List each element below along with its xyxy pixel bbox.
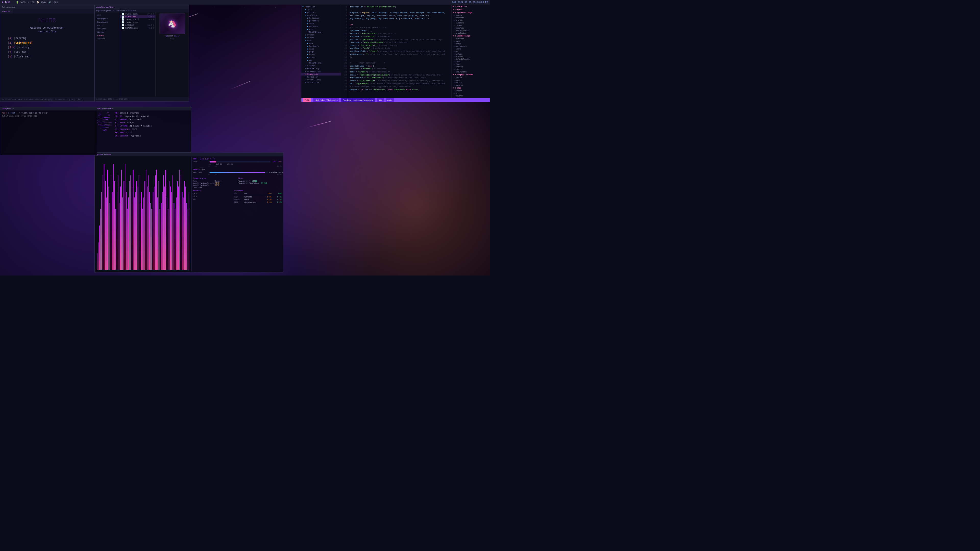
rpanel-email[interactable]: → email — [452, 43, 490, 45]
rpanel-theme[interactable]: → theme — [452, 48, 490, 50]
rpanel-username[interactable]: → username — [452, 38, 490, 40]
ftree-work[interactable]: ▶ work — [301, 22, 341, 25]
rpanel-wm[interactable]: → wm — [452, 50, 490, 53]
ftree-harden[interactable]: • harden.sh — [301, 76, 341, 78]
rpanel-hostname[interactable]: → hostname — [452, 17, 490, 19]
cava-bar-item — [147, 186, 148, 270]
code-line-16: bootMountPath = "/boot"; # mount path fo… — [350, 50, 450, 53]
ftree-hardware[interactable]: ▶ hardware — [301, 44, 341, 48]
qute-menu-search[interactable]: [o] [Search] — [8, 36, 92, 41]
ftree-patches[interactable]: ▶ patches — [301, 11, 341, 14]
ftree-style[interactable]: ▶ style — [301, 56, 341, 59]
network-data: 36.0 10.5 0% — [193, 192, 233, 201]
rpanel-nixpkgs-system[interactable]: → system — [452, 76, 490, 79]
qute-menu-closetab[interactable]: [x] [Close tab] — [8, 55, 92, 59]
rpanel-defaultroamdir[interactable]: → defaultRoamDir — [452, 58, 490, 60]
rpanel-font[interactable]: → font — [452, 63, 490, 65]
ftree-shell[interactable]: ▶ shell — [301, 53, 341, 56]
ftree-system[interactable]: ▶ system — [301, 33, 341, 36]
qute-menu-history[interactable]: [$ h] [History] — [8, 45, 92, 50]
ftree-license[interactable]: • LICENSE — [301, 64, 341, 67]
fm-sidebar-themes[interactable]: Themes — [95, 34, 120, 37]
rpanel-bootmode[interactable]: → bootMode — [452, 27, 490, 29]
cava-bar-item — [138, 175, 139, 270]
cava-bar-item — [172, 175, 173, 270]
ftree-flakenix[interactable]: • flake.nix — [301, 73, 341, 76]
rpanel-wmtype[interactable]: → wmType — [452, 53, 490, 56]
ftree-lang[interactable]: ▶ lang — [301, 48, 341, 50]
code-line-19 — [350, 59, 450, 62]
rpanel-pkgs-src[interactable]: → src — [452, 92, 490, 95]
ftree-wsl[interactable]: ▶ wsl — [301, 28, 341, 30]
rpanel-fontpkg[interactable]: → fontPkg — [452, 65, 490, 68]
fm-sidebar-downloads[interactable]: Downloads — [95, 21, 120, 24]
nf-desktop-row: CN| DESKTOP: hyprland — [115, 135, 189, 138]
ftree-readme-profiles[interactable]: • README.org — [301, 30, 341, 33]
ftree-themes[interactable]: ▶ themes — [301, 36, 341, 39]
ftree-wm[interactable]: ▶ wm — [301, 59, 341, 62]
ftree-desktop[interactable]: • desktop.png — [301, 70, 341, 73]
rpanel-system[interactable]: → system — [452, 14, 490, 17]
rpanel-nixpkgs-name[interactable]: → name — [452, 79, 490, 81]
ftree-readme-user[interactable]: • README.org — [301, 62, 341, 64]
ftree-app[interactable]: ▶ app — [301, 42, 341, 44]
nf-user-row: WE| emmet @ snowfire — [115, 111, 189, 115]
rpanel-grubdevice[interactable]: → grubDevice — [452, 32, 490, 35]
qute-menu-newtab[interactable]: [t] [New tab] — [8, 50, 92, 55]
rpanel-spawneditor[interactable]: → spawnEditor — [452, 71, 490, 73]
ftree-readme[interactable]: • README.org — [301, 67, 341, 70]
code-line-18: }; — [350, 56, 450, 59]
rpanel-editor[interactable]: → editor — [452, 68, 490, 71]
rpanel-name[interactable]: → name — [452, 40, 490, 43]
ftree-user[interactable]: ▼ user — [301, 39, 341, 42]
fm-file-installnix[interactable]: 📄 install.nix 10.6 K — [120, 18, 156, 21]
fm-file-flakenix[interactable]: 📄 flake.nix 2.26 K — [120, 15, 156, 18]
rpanel-pkgs-patches[interactable]: → patches — [452, 95, 490, 97]
rpanel-bootmountpath[interactable]: → bootMountPath — [452, 29, 490, 32]
editor-line-numbers: 1234567891011121314151617181920212223242… — [341, 4, 348, 98]
cava-bar-item — [141, 192, 142, 270]
ftree-profiles[interactable]: ▼ profiles — [301, 14, 341, 17]
qutebrowser-tab-active[interactable]: home.ht — [0, 9, 13, 14]
rpanel-timezone[interactable]: → timezone — [452, 22, 490, 24]
rpanel-browser[interactable]: → browser — [452, 56, 490, 58]
ftree-worklab[interactable]: ▶ worklab — [301, 25, 341, 28]
rpanel-nixpkgs-patches[interactable]: → patches — [452, 84, 490, 86]
fm-sidebar-pictures[interactable]: Pictures — [95, 27, 120, 30]
fm-file-license[interactable]: 📄 LICENSE 34.2 K — [120, 24, 156, 27]
rpanel-profile[interactable]: → profile — [452, 19, 490, 22]
ftree-installsh[interactable]: • install.sh — [301, 81, 341, 84]
rpanel-dotfilesdir[interactable]: → dotfilesDir — [452, 45, 490, 48]
network-title: Network — [193, 190, 233, 192]
rpanel-pkgs-system[interactable]: → system — [452, 89, 490, 92]
code-line-6 — [350, 20, 450, 23]
cava-bar-item — [110, 203, 110, 270]
qutebrowser-tabbar: home.ht — [0, 9, 94, 14]
cava-bar-item — [188, 209, 188, 270]
editor-filetype: Nix — [377, 98, 383, 102]
ascii-logo: ╔═╗ ╦ ╦ ╦╔╦╗╔═╗ ║═╬╗ ║ ║ ║ ║ ║╣ ╚═╝╚ ╩═╝… — [38, 16, 56, 24]
ftree-installorg[interactable]: • install.org — [301, 78, 341, 81]
neofetch-terminal: emmet@snowfire:~ // // // // :::://####/… — [94, 106, 191, 152]
fm-sidebar-videos[interactable]: Videos — [95, 30, 120, 34]
qute-menu-quickmarks[interactable]: [b] [Quickmarks] — [8, 41, 92, 45]
fm-body: Home Documents Downloads Music Pictures … — [95, 13, 189, 97]
ftree-pkgs[interactable]: ▶ pkgs — [301, 50, 341, 53]
cpu-stats-row: 11 AVG 10 0% 0% — [193, 163, 282, 165]
code-line-2 — [350, 8, 450, 11]
ftree-git[interactable]: ▶ .git — [301, 8, 341, 11]
fm-file-installsh[interactable]: 📄 install.sh — [120, 21, 156, 24]
fm-sidebar-documents[interactable]: Documents — [95, 17, 120, 21]
fm-file-readme[interactable]: 📄 README.org 40.6 K — [120, 27, 156, 29]
ftree-personal[interactable]: ▶ personal — [301, 19, 341, 22]
editor-code-content[interactable]: description = "Flake of LibrePhoenix"; o… — [348, 4, 452, 98]
cava-bar-item — [168, 209, 169, 270]
rpanel-term[interactable]: → term — [452, 60, 490, 63]
rpanel-locale[interactable]: → locale — [452, 24, 490, 27]
fm-file-flakelock[interactable]: 📄 flake.lock 27.5 K — [120, 13, 156, 15]
cava-bar-item — [175, 209, 176, 270]
ftree-homelab[interactable]: ▶ home.lab — [301, 17, 341, 19]
rpanel-nixpkgs-editor[interactable]: → editor — [452, 81, 490, 84]
fm-sidebar-music[interactable]: Music — [95, 24, 120, 27]
cava-bar-item — [176, 197, 177, 270]
